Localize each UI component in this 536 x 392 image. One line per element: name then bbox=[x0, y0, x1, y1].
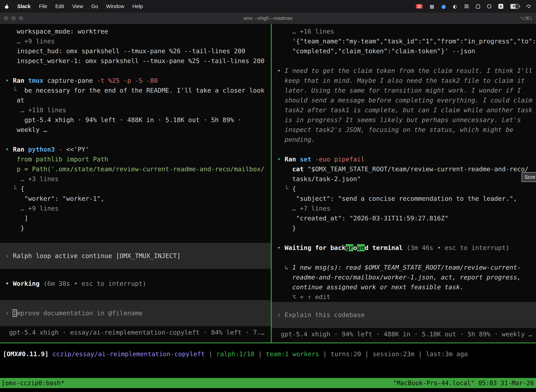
text-segment: | bbox=[205, 350, 216, 358]
text-segment: mprove documentation in @filename bbox=[17, 309, 143, 317]
mailbox-message: ↳ 1 new msg(s): read $OMX_TEAM_STATE_ROO… bbox=[277, 263, 536, 272]
active-app-name[interactable]: Slack bbox=[17, 4, 31, 9]
text-segment: capture-pane bbox=[47, 77, 97, 84]
window-title-bar: omx --xhigh --madmax ⌥⌘1 bbox=[0, 13, 536, 24]
menu-items: FileEditViewGoWindowHelp bbox=[39, 4, 143, 9]
text-segment: <<'PY' bbox=[66, 146, 89, 153]
battery-icon[interactable]: 61 bbox=[510, 4, 519, 9]
thinking-text: • I need to get the claim token from the… bbox=[277, 66, 536, 76]
apple-menu-icon[interactable] bbox=[5, 4, 9, 9]
text-segment: tasks/task-2.json" bbox=[277, 175, 361, 182]
text-segment: python3 bbox=[28, 146, 58, 153]
menu-item-help[interactable]: Help bbox=[132, 4, 143, 9]
menu-bar-left: Slack FileEditViewGoWindowHelp bbox=[5, 4, 143, 9]
text-segment: cczip/essay/ai-reimplementation-copyleft bbox=[53, 350, 205, 358]
terminal-line: gpt-5.4 xhigh · 94% left · 488K in · 5.1… bbox=[5, 115, 271, 125]
text-segment: Ran bbox=[13, 77, 28, 84]
text-segment: pending. bbox=[277, 136, 315, 143]
text-segment: • bbox=[5, 146, 13, 153]
ran-tmux-capture-line: • Ran tmux capture-pane -t %25 -p -S -80 bbox=[5, 76, 271, 85]
text-segment bbox=[48, 350, 53, 358]
zoom-button[interactable] bbox=[19, 16, 23, 20]
prompt-suggestion-band[interactable]: › Improve documentation in @filename bbox=[0, 300, 271, 326]
waiting-status: • Waiting for background terminal (3m 46… bbox=[277, 243, 536, 253]
terminal-line: task2 after task1 is complete, but can I… bbox=[277, 105, 536, 115]
prompt-suggestion-band[interactable]: › Explain this codebase bbox=[272, 302, 536, 328]
terminal-line: keep that in mind. Maybe I also need the… bbox=[277, 76, 536, 85]
text-segment: … +7 lines bbox=[277, 205, 330, 212]
screen-recording-icon[interactable] bbox=[416, 4, 423, 9]
text-segment: p = Path('.omx/state/team/review-current… bbox=[5, 165, 264, 173]
text-segment: › bbox=[5, 252, 13, 259]
text-segment: gpt-5.4 xhigh · 94% left · 488K in · 5.1… bbox=[277, 331, 532, 338]
text-segment: tmux bbox=[28, 77, 47, 84]
right-terminal-pane[interactable]: … +16 lines '{"team_name":"my-team","tas… bbox=[272, 24, 536, 342]
text-segment: turns:20 bbox=[330, 350, 361, 358]
menu-item-edit[interactable]: Edit bbox=[55, 4, 64, 9]
menu-item-file[interactable]: File bbox=[39, 4, 47, 9]
terminal-line: "completed","claim_token":"claim-token"}… bbox=[277, 46, 536, 56]
text-segment: • bbox=[277, 156, 285, 163]
left-terminal-pane[interactable]: workspace_mode: worktree … +9 lines insp… bbox=[0, 24, 271, 342]
menu-item-view[interactable]: View bbox=[72, 4, 83, 9]
text-segment: inspect_hud: omx sparkshell --tmux-pane … bbox=[5, 47, 245, 55]
text-segment: "subject": "send a concise recommendatio… bbox=[277, 195, 517, 202]
ralph-loop-band[interactable]: › Ralph loop active continue [OMX_TMUX_I… bbox=[0, 243, 271, 269]
terminal-line: tasks/task-2.json" bbox=[277, 174, 536, 184]
text-segment: ↳ bbox=[277, 264, 292, 271]
text-segment: └ bbox=[5, 87, 24, 94]
app-blue-icon[interactable]: ● bbox=[441, 3, 446, 9]
text-segment: └ bbox=[277, 185, 292, 192]
grid-icon[interactable]: ▦ bbox=[430, 4, 434, 9]
close-button[interactable] bbox=[4, 16, 8, 20]
text-segment: | bbox=[319, 350, 330, 358]
text-segment: -euo pipefail bbox=[315, 156, 365, 163]
terminal-line: └ { bbox=[277, 184, 536, 194]
terminal-line: "worker": "worker-1", bbox=[5, 194, 271, 204]
text-segment: at bbox=[5, 97, 24, 104]
text-segment: later. Using the same for transition mig… bbox=[277, 87, 521, 94]
text-segment: gpt-5.4 xhigh · essay/ai-reimplementatio… bbox=[5, 329, 264, 336]
ran-python3-line: • Ran python3 - <<'PY' bbox=[5, 145, 271, 154]
terminal-line: inspect_worker-1: omx sparkshell --tmux-… bbox=[5, 56, 271, 66]
terminal-line: } bbox=[5, 223, 271, 233]
text-segment: continue assigned work or next feasible … bbox=[277, 284, 464, 291]
text-segment: terminal bbox=[368, 244, 407, 251]
terminal-line: should send a message before completing … bbox=[277, 95, 536, 105]
terminal-line: inspect task2's JSON, focusing on the st… bbox=[277, 125, 536, 135]
text-segment: › bbox=[277, 311, 285, 318]
text-segment: weekly … bbox=[5, 126, 47, 133]
minimize-button[interactable] bbox=[11, 16, 16, 20]
gauge-icon[interactable] bbox=[487, 4, 491, 9]
wifi-icon[interactable] bbox=[526, 4, 531, 9]
text-segment: session:23m bbox=[373, 350, 414, 358]
text-segment: -t %25 -p -S -80 bbox=[97, 77, 158, 84]
screen-tooltip-text: Scre bbox=[524, 174, 535, 180]
blank-line bbox=[277, 233, 536, 243]
text-segment: 1 new msg(s): read $OMX_TEAM_STATE_ROOT/… bbox=[292, 264, 521, 271]
swirl-icon[interactable]: ◐ bbox=[453, 4, 457, 9]
blank-line bbox=[277, 253, 536, 263]
menu-item-window[interactable]: Window bbox=[106, 4, 124, 9]
pane-status-line: gpt-5.4 xhigh · 94% left · 488K in · 5.1… bbox=[277, 329, 536, 339]
blank-line bbox=[5, 269, 271, 279]
terminal-line: weekly … bbox=[5, 125, 271, 135]
pane-bottom-border bbox=[0, 342, 536, 343]
pane-status-line: gpt-5.4 xhigh · essay/ai-reimplementatio… bbox=[5, 327, 271, 337]
blank-line bbox=[277, 145, 536, 154]
ghost-icon[interactable] bbox=[476, 4, 480, 9]
terminal-line: inspect_hud: omx sparkshell --tmux-pane … bbox=[5, 46, 271, 56]
text-segment: … +9 lines bbox=[5, 205, 58, 212]
input-source-icon[interactable]: A bbox=[498, 4, 503, 9]
terminal-line: later. Using the same for transition mig… bbox=[277, 85, 536, 95]
text-segment: '{"team_name":"my-team","task_id":"1","f… bbox=[277, 37, 536, 45]
terminal-line: … +7 lines bbox=[277, 204, 536, 213]
blank-line bbox=[5, 66, 271, 76]
text-segment: … +3 lines bbox=[5, 175, 58, 182]
menu-bar-status-icons: ▦●◐A61 bbox=[416, 3, 531, 9]
text-segment: "completed","claim_token":"claim-token"}… bbox=[277, 47, 475, 55]
text-segment: is in progress? It seems likely but perh… bbox=[277, 116, 521, 123]
dots-grid-icon[interactable] bbox=[464, 4, 469, 9]
blank-line bbox=[5, 233, 271, 243]
menu-item-go[interactable]: Go bbox=[91, 4, 98, 9]
